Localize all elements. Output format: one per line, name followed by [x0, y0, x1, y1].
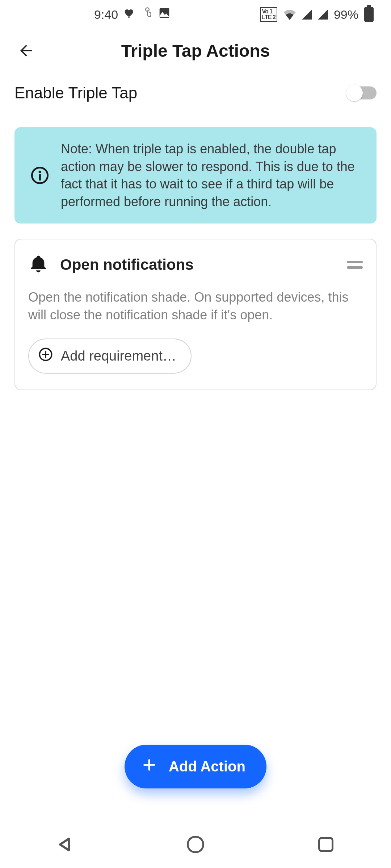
- action-card: Open notifications Open the notification…: [14, 239, 377, 390]
- system-nav-bar: [0, 821, 391, 868]
- plus-circle-icon: [38, 347, 53, 365]
- signal-icon: [302, 9, 312, 20]
- nav-recents-button[interactable]: [311, 834, 340, 855]
- nav-home-button[interactable]: [181, 834, 210, 855]
- status-time: 9:40: [94, 8, 118, 22]
- image-icon: [159, 7, 170, 22]
- status-right: Vo 1LTE 2 99%: [260, 7, 374, 22]
- page-title: Triple Tap Actions: [38, 41, 377, 61]
- add-action-label: Add Action: [169, 758, 245, 775]
- add-action-button[interactable]: Add Action: [125, 745, 266, 788]
- info-note-text: Note: When triple tap is enabled, the do…: [61, 140, 362, 210]
- add-requirement-label: Add requirement…: [61, 348, 176, 364]
- bell-icon: [28, 254, 49, 276]
- svg-rect-4: [39, 174, 41, 180]
- battery-percent: 99%: [334, 8, 358, 22]
- plus-icon: [142, 758, 156, 775]
- svg-point-3: [39, 171, 41, 173]
- wifi-icon: [283, 9, 296, 20]
- app-bar: Triple Tap Actions: [0, 29, 391, 72]
- touch-icon: [142, 7, 153, 22]
- status-bar: 9:40 Vo 1LTE 2 99%: [0, 0, 391, 29]
- drag-handle-icon[interactable]: [347, 261, 363, 269]
- signal-icon: [318, 9, 328, 20]
- status-left: 9:40: [94, 7, 170, 22]
- action-description: Open the notification shade. On supporte…: [28, 289, 363, 324]
- info-icon: [29, 166, 51, 185]
- content: Enable Triple Tap Note: When triple tap …: [0, 72, 391, 821]
- action-title: Open notifications: [60, 256, 194, 273]
- add-requirement-button[interactable]: Add requirement…: [28, 339, 192, 374]
- enable-triple-tap-label: Enable Triple Tap: [14, 84, 137, 102]
- enable-triple-tap-row[interactable]: Enable Triple Tap: [14, 76, 377, 113]
- back-button[interactable]: [14, 39, 38, 62]
- battery-icon: [364, 7, 374, 22]
- heart-icon: [124, 7, 136, 22]
- info-note: Note: When triple tap is enabled, the do…: [14, 127, 377, 224]
- nav-back-button[interactable]: [51, 834, 80, 855]
- lte-icon: Vo 1LTE 2: [260, 7, 277, 22]
- enable-triple-tap-switch[interactable]: [347, 86, 377, 99]
